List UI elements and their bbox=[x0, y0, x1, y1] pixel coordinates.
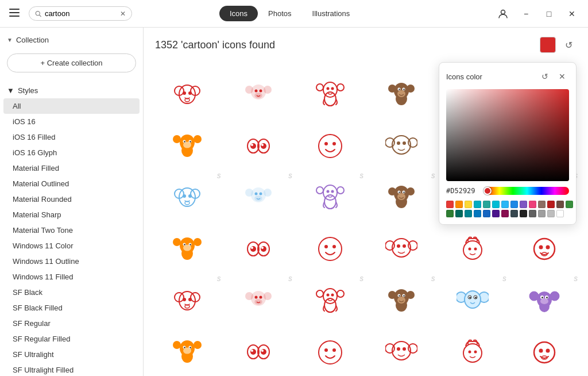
sidebar-style-item[interactable]: Material Sharp bbox=[3, 207, 140, 222]
svg-point-147 bbox=[474, 248, 477, 251]
color-swatch-button[interactable] bbox=[540, 37, 556, 53]
sidebar-style-item[interactable]: Windows 11 Color bbox=[3, 238, 140, 254]
sidebar-style-item[interactable]: SF Ultralight bbox=[3, 347, 140, 362]
svg-point-163 bbox=[255, 300, 262, 304]
color-swatch-item[interactable] bbox=[446, 210, 454, 217]
svg-point-160 bbox=[264, 293, 271, 300]
tab-illustrations[interactable]: Illustrations bbox=[302, 6, 361, 21]
color-swatch-item[interactable] bbox=[556, 201, 564, 208]
sidebar-style-item[interactable]: SF Black Filled bbox=[3, 300, 140, 316]
svg-point-223 bbox=[546, 348, 550, 352]
color-swatch-item[interactable] bbox=[566, 201, 573, 208]
svg-point-60 bbox=[250, 143, 256, 149]
color-swatch-item[interactable] bbox=[465, 210, 472, 217]
svg-point-164 bbox=[316, 290, 323, 297]
styles-arrow-icon: ▼ bbox=[7, 86, 14, 95]
svg-point-215 bbox=[408, 344, 417, 353]
sidebar-style-item[interactable]: Windows 11 Filled bbox=[3, 269, 140, 285]
color-gradient-area[interactable] bbox=[446, 89, 569, 181]
color-swatch-item[interactable] bbox=[474, 210, 481, 217]
collection-header[interactable]: ▼ Collection bbox=[7, 33, 136, 47]
color-swatch-item[interactable] bbox=[474, 201, 481, 208]
close-button[interactable]: ✕ bbox=[563, 5, 581, 23]
color-swatch-item[interactable] bbox=[510, 210, 518, 217]
color-swatch-item[interactable] bbox=[455, 201, 463, 208]
icon-cell[interactable]: S bbox=[510, 317, 579, 376]
icon-cell[interactable]: S bbox=[296, 317, 365, 376]
hex-value-label: #D52929 bbox=[446, 187, 481, 195]
refresh-color-button[interactable]: ↺ bbox=[560, 37, 577, 53]
color-swatch-item[interactable] bbox=[455, 210, 463, 217]
tab-icons[interactable]: Icons bbox=[219, 6, 258, 21]
color-swatch-item[interactable] bbox=[529, 210, 536, 217]
svg-point-218 bbox=[463, 344, 482, 362]
svg-point-155 bbox=[183, 298, 186, 301]
sidebar-style-item[interactable]: Material Two Tone bbox=[3, 222, 140, 238]
svg-point-105 bbox=[403, 192, 404, 193]
search-clear-button[interactable]: ✕ bbox=[120, 10, 126, 18]
color-swatch-item[interactable] bbox=[529, 201, 536, 208]
sidebar-style-item[interactable]: SF Regular bbox=[3, 316, 140, 331]
hue-slider[interactable] bbox=[485, 187, 569, 195]
svg-point-208 bbox=[251, 350, 253, 352]
content-header: 1352 'cartoon' icons found ↺ bbox=[144, 28, 588, 60]
sidebar-style-item[interactable]: All bbox=[3, 98, 140, 114]
sidebar-style-item[interactable]: Material Filled bbox=[3, 160, 140, 176]
styles-header[interactable]: ▼ Styles bbox=[0, 83, 143, 98]
color-swatch-item[interactable] bbox=[547, 210, 555, 217]
create-collection-button[interactable]: + Create collection bbox=[7, 53, 136, 72]
svg-point-196 bbox=[194, 341, 202, 349]
color-swatch-item[interactable] bbox=[538, 210, 546, 217]
icon-cell[interactable]: S bbox=[367, 317, 436, 376]
color-swatch-item[interactable] bbox=[492, 201, 500, 208]
color-swatch-item[interactable] bbox=[520, 201, 527, 208]
color-swatch-item[interactable] bbox=[492, 210, 500, 217]
svg-point-57 bbox=[189, 141, 191, 143]
color-picker-reset-button[interactable]: ↺ bbox=[538, 70, 552, 83]
sidebar-style-item[interactable]: iOS 16 Filled bbox=[3, 129, 140, 145]
sidebar-style-item[interactable]: SF Black bbox=[3, 285, 140, 300]
svg-point-219 bbox=[469, 351, 471, 354]
icon-cell[interactable]: S bbox=[153, 317, 222, 376]
color-swatch-item[interactable] bbox=[465, 201, 472, 208]
color-picker-close-button[interactable]: ✕ bbox=[555, 70, 569, 83]
color-swatch-item[interactable] bbox=[538, 201, 546, 208]
menu-button[interactable] bbox=[7, 5, 22, 22]
main-tabs: Icons Photos Illustrations bbox=[219, 6, 360, 21]
svg-point-222 bbox=[539, 348, 543, 352]
sidebar-style-item[interactable]: SF Regular Filled bbox=[3, 331, 140, 347]
icon-cell[interactable]: S bbox=[438, 317, 507, 376]
color-swatch-item[interactable] bbox=[556, 210, 564, 217]
sidebar-style-item[interactable]: Windows 11 Outline bbox=[3, 254, 140, 269]
color-swatch-item[interactable] bbox=[520, 210, 527, 217]
sidebar-style-item[interactable]: iOS 16 Glyph bbox=[3, 145, 140, 160]
tab-photos[interactable]: Photos bbox=[258, 6, 301, 21]
svg-point-66 bbox=[332, 142, 336, 145]
svg-point-146 bbox=[469, 248, 471, 251]
color-swatch-item[interactable] bbox=[446, 201, 454, 208]
sidebar-style-item[interactable]: Material Rounded bbox=[3, 191, 140, 207]
icon-cell[interactable]: S bbox=[224, 317, 293, 376]
svg-point-206 bbox=[250, 349, 256, 355]
svg-point-135 bbox=[251, 247, 253, 249]
svg-point-203 bbox=[189, 347, 191, 349]
color-swatch-item[interactable] bbox=[547, 201, 555, 208]
maximize-button[interactable]: □ bbox=[540, 5, 558, 23]
sidebar-style-item[interactable]: iOS 16 bbox=[3, 114, 140, 129]
svg-point-69 bbox=[408, 138, 417, 147]
search-input[interactable] bbox=[45, 9, 117, 18]
sidebar-style-item[interactable]: Material Outlined bbox=[3, 176, 140, 191]
sidebar-style-item[interactable]: SF Ultralight Filled bbox=[3, 362, 140, 376]
profile-icon bbox=[498, 9, 508, 19]
svg-point-17 bbox=[255, 93, 262, 98]
profile-button[interactable] bbox=[494, 5, 512, 23]
color-swatch-item[interactable] bbox=[501, 201, 509, 208]
svg-point-142 bbox=[408, 241, 417, 250]
svg-point-144 bbox=[403, 244, 406, 248]
minimize-button[interactable]: − bbox=[517, 5, 535, 23]
color-swatch-item[interactable] bbox=[483, 201, 490, 208]
svg-point-178 bbox=[403, 295, 404, 296]
color-swatch-item[interactable] bbox=[483, 210, 490, 217]
color-swatch-item[interactable] bbox=[501, 210, 509, 217]
color-swatch-item[interactable] bbox=[510, 201, 518, 208]
